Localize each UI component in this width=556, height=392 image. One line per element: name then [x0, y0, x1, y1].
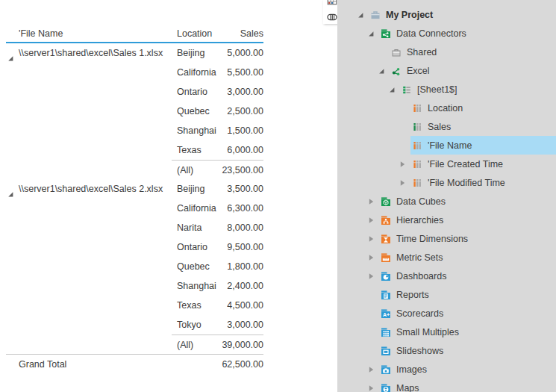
tree-item-content[interactable]: 'File Created Time	[410, 155, 556, 173]
expand-icon[interactable]	[367, 192, 379, 211]
tree-item-content[interactable]: Shared	[390, 43, 556, 61]
file-path-label: \\server1\shared\excel\Sales 1.xlsx	[19, 48, 163, 58]
file-path-label: \\server1\shared\excel\Sales 2.xlsx	[19, 184, 163, 194]
tree-item-content[interactable]: [Sheet1$]	[400, 80, 556, 99]
tree-item-hierarchies[interactable]: Hierarchies	[337, 211, 556, 229]
table-row: \\server1\shared\excel\Sales 2.xlsxBeiji…	[6, 179, 263, 199]
collapse-group-icon[interactable]	[7, 185, 14, 193]
expand-icon[interactable]	[367, 360, 379, 379]
tree-item-sales[interactable]: Sales	[337, 117, 556, 136]
tree-item-sheet1[interactable]: [Sheet1$]	[337, 80, 556, 99]
sales-cell: 3,000.00	[219, 315, 263, 335]
tree-item-content[interactable]: My Project	[369, 5, 556, 24]
sales-cell: 1,500.00	[219, 121, 263, 140]
explore-panel: My ProjectData ConnectorsSharedExcel[She…	[337, 0, 556, 392]
collapse-icon[interactable]	[378, 61, 390, 80]
tree-item-content[interactable]: Time Dimensions	[379, 229, 556, 248]
expand-icon[interactable]	[399, 173, 410, 192]
tree-item-content[interactable]: Data Cubes	[379, 192, 556, 211]
column-header[interactable]: Location	[172, 25, 219, 42]
file-name-cell	[6, 296, 172, 315]
tree-item-file-modified-time[interactable]: 'File Modified Time	[337, 173, 556, 192]
grid-chart-icon[interactable]	[327, 0, 337, 5]
collapse-group-icon[interactable]	[7, 49, 14, 57]
expander-slot	[367, 285, 379, 304]
table-row: Narita8,000.00	[6, 218, 263, 237]
tree-item-content[interactable]: Metric Sets	[379, 248, 556, 267]
expand-icon[interactable]	[399, 155, 410, 173]
tree-item-content[interactable]: Slideshows	[379, 341, 556, 360]
tree-item-content[interactable]: 'File Modified Time	[410, 173, 556, 192]
location-cell: Beijing	[172, 43, 219, 63]
images-icon	[381, 364, 391, 375]
tree-item-reports[interactable]: Reports	[337, 285, 556, 304]
grand-total-value: 62,500.00	[219, 355, 263, 373]
tree-item-label: 'File Name	[428, 140, 472, 151]
tree-item-label: Location	[428, 103, 463, 113]
location-cell: Texas	[172, 140, 219, 160]
tree-item-small-multiples[interactable]: Small Multiples	[337, 323, 556, 341]
location-cell: California	[172, 199, 219, 218]
table-row: Shanghai2,400.00	[6, 276, 263, 296]
expander-slot	[367, 323, 379, 341]
tree-item-content[interactable]: A+Scorecards	[379, 304, 556, 323]
tree-item-content[interactable]: 'File Name	[410, 136, 556, 155]
tree-item-data-cubes[interactable]: Data Cubes	[337, 192, 556, 211]
tree-item-location[interactable]: Location	[337, 99, 556, 117]
expander-slot	[399, 117, 410, 136]
database-icon[interactable]	[327, 12, 337, 22]
tree-item-label: Shared	[407, 47, 437, 57]
tree-item-shared[interactable]: Shared	[337, 43, 556, 61]
expand-icon[interactable]	[367, 211, 379, 229]
tree-item-dashboards[interactable]: Dashboards	[337, 267, 556, 285]
column-header[interactable]: Sales	[219, 25, 263, 42]
tree-item-scorecards[interactable]: A+Scorecards	[337, 304, 556, 323]
subtotal-label: (All)	[172, 335, 219, 354]
tree-item-content[interactable]: Sales	[410, 117, 556, 136]
tree-item-slideshows[interactable]: Slideshows	[337, 341, 556, 360]
expander-slot	[378, 43, 390, 61]
tree-item-time-dimensions[interactable]: Time Dimensions	[337, 229, 556, 248]
expand-icon[interactable]	[367, 379, 379, 392]
tree-item-content[interactable]: Reports	[379, 285, 556, 304]
table-row: Tokyo3,000.00	[6, 315, 263, 335]
table-row: Texas4,500.00	[6, 296, 263, 315]
tree-item-content[interactable]: Hierarchies	[379, 211, 556, 229]
file-name-cell	[6, 315, 172, 335]
tree-item-content[interactable]: Small Multiples	[379, 323, 556, 341]
tree-item-content[interactable]: Data Connectors	[379, 24, 556, 43]
file-name-cell	[6, 140, 172, 160]
sales-cell: 5,000.00	[219, 43, 263, 63]
collapse-icon[interactable]	[357, 5, 369, 24]
tree-item-maps[interactable]: Maps	[337, 379, 556, 392]
pivot-table: 'File NameLocationSales\\server1\shared\…	[6, 25, 263, 373]
tree-item-excel[interactable]: Excel	[337, 61, 556, 80]
tree-item-my-project[interactable]: My Project	[337, 5, 556, 24]
collapse-icon[interactable]	[388, 80, 400, 99]
table-row: Quebec2,500.00	[6, 102, 263, 121]
file-name-cell	[6, 257, 172, 276]
tree-item-content[interactable]: Images	[379, 360, 556, 379]
expand-icon[interactable]	[367, 229, 379, 248]
tree-item-content[interactable]: Excel	[390, 61, 556, 80]
column-header[interactable]: 'File Name	[6, 25, 172, 42]
tree-item-file-created-time[interactable]: 'File Created Time	[337, 155, 556, 173]
subtotal-label: (All)	[172, 160, 219, 179]
collapse-icon[interactable]	[367, 24, 379, 43]
tree-item-content[interactable]: Location	[410, 99, 556, 117]
column-text-icon	[412, 178, 422, 188]
data-connectors-icon	[381, 28, 391, 39]
sales-cell: 1,800.00	[219, 257, 263, 276]
tree-item-data-connectors[interactable]: Data Connectors	[337, 24, 556, 43]
tree-item-metric-sets[interactable]: Metric Sets	[337, 248, 556, 267]
tree-item-content[interactable]: Maps	[379, 379, 556, 392]
tree-item-file-name[interactable]: 'File Name	[337, 136, 556, 155]
tree-item-content[interactable]: Dashboards	[379, 267, 556, 285]
tree-item-label: Dashboards	[396, 271, 446, 281]
expand-icon[interactable]	[367, 248, 379, 267]
subtotal-value: 23,500.00	[219, 160, 263, 179]
tree-item-label: Metric Sets	[396, 252, 443, 263]
file-name-cell	[6, 102, 172, 121]
expand-icon[interactable]	[367, 267, 379, 285]
tree-item-images[interactable]: Images	[337, 360, 556, 379]
